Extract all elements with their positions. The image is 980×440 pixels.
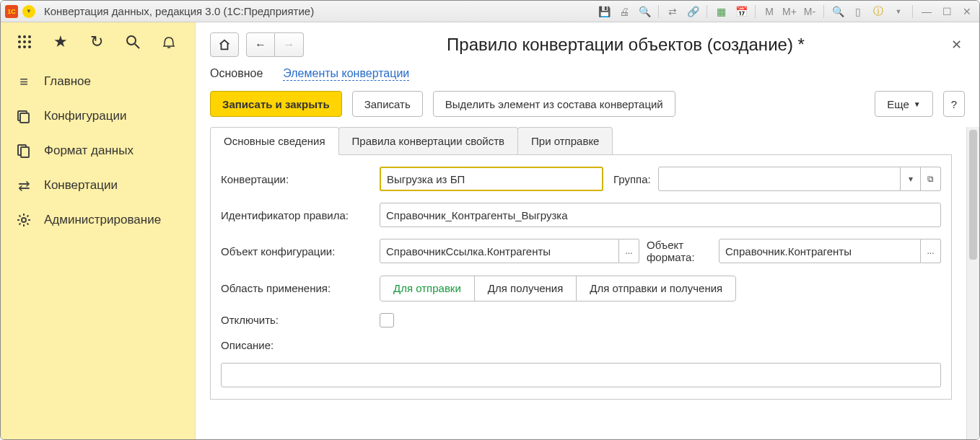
svg-rect-13 bbox=[20, 113, 29, 123]
cfg-object-label: Объект конфигурации: bbox=[221, 245, 372, 258]
more-button[interactable]: Еще ▼ bbox=[875, 91, 932, 117]
memo-mplus-icon[interactable]: M+ bbox=[782, 4, 797, 19]
app-logo-1c: 1C bbox=[5, 5, 18, 18]
chevron-down-icon: ▼ bbox=[914, 100, 921, 108]
stack-icon bbox=[15, 107, 32, 125]
star-icon[interactable]: ★ bbox=[51, 32, 70, 51]
home-button[interactable] bbox=[210, 32, 239, 57]
search-icon[interactable] bbox=[123, 32, 142, 51]
scope-send-button[interactable]: Для отправки bbox=[380, 276, 475, 302]
sidebar-item-main[interactable]: ≡ Главное bbox=[1, 64, 195, 99]
close-window-icon[interactable]: ✕ bbox=[959, 4, 975, 19]
disable-label: Отключить: bbox=[221, 314, 372, 326]
calc-icon[interactable]: ▦ bbox=[713, 4, 729, 19]
vertical-scrollbar[interactable] bbox=[966, 127, 979, 439]
svg-point-7 bbox=[23, 45, 26, 48]
group-dropdown-button[interactable]: ▾ bbox=[901, 167, 921, 191]
app-menu-dropdown[interactable]: ▼ bbox=[22, 5, 35, 18]
fmt-object-label: Объект формата: bbox=[647, 239, 712, 264]
page-title: Правило конвертации объектов (создание) … bbox=[311, 35, 940, 55]
save-close-button[interactable]: Записать и закрыть bbox=[210, 91, 342, 117]
sidebar-item-label: Конвертации bbox=[44, 178, 118, 193]
link-icon[interactable]: 🔗 bbox=[685, 4, 701, 19]
svg-point-6 bbox=[18, 45, 21, 48]
zoom-icon[interactable]: 🔍 bbox=[830, 4, 846, 19]
info-dd-icon[interactable]: ▼ bbox=[891, 4, 906, 19]
conversions-input[interactable]: Выгрузка из БП bbox=[380, 167, 603, 191]
rule-id-label: Идентификатор правила: bbox=[221, 209, 372, 221]
more-button-label: Еще bbox=[887, 98, 909, 110]
disable-checkbox[interactable] bbox=[380, 313, 394, 327]
svg-point-1 bbox=[23, 35, 26, 38]
fmt-object-input[interactable]: Справочник.Контрагенты bbox=[719, 239, 921, 263]
copy-icon bbox=[15, 142, 32, 159]
description-label: Описание: bbox=[221, 339, 941, 351]
svg-point-2 bbox=[28, 35, 31, 38]
print-icon[interactable]: 🖨 bbox=[616, 4, 632, 19]
group-label: Группа: bbox=[613, 173, 651, 185]
group-expand-button[interactable]: ⧉ bbox=[921, 167, 941, 191]
window-title: Конвертация данных, редакция 3.0 (1С:Пре… bbox=[44, 5, 314, 17]
rule-id-input[interactable]: Справочник_Контрагенты_Выгрузка bbox=[380, 203, 941, 227]
memo-mminus-icon[interactable]: M- bbox=[802, 4, 818, 19]
gear-icon bbox=[15, 211, 32, 229]
sidebar-item-admin[interactable]: Администрирование bbox=[1, 203, 195, 237]
sidebar-item-configs[interactable]: Конфигурации bbox=[1, 99, 195, 133]
tab-props[interactable]: Правила конвертации свойств bbox=[338, 127, 519, 154]
description-textarea[interactable] bbox=[221, 363, 941, 387]
fmt-object-picker-button[interactable]: ... bbox=[921, 239, 941, 263]
save-icon[interactable]: 💾 bbox=[596, 4, 612, 19]
svg-point-8 bbox=[28, 45, 31, 48]
calendar-icon[interactable]: 📅 bbox=[733, 4, 749, 19]
svg-line-10 bbox=[135, 44, 139, 48]
sidebar-item-label: Конфигурации bbox=[44, 109, 126, 123]
sidebar: ★ ↻ ≡ Главное Конфигурации bbox=[1, 22, 196, 439]
subtab-main[interactable]: Основное bbox=[210, 67, 263, 81]
sidebar-item-label: Администрирование bbox=[44, 213, 161, 227]
memo-m-icon[interactable]: M bbox=[761, 4, 777, 19]
svg-point-9 bbox=[127, 36, 136, 45]
help-button[interactable]: ? bbox=[943, 91, 965, 117]
info-icon[interactable]: ⓘ bbox=[870, 4, 886, 19]
svg-point-16 bbox=[22, 218, 26, 222]
save-button[interactable]: Записать bbox=[352, 91, 423, 117]
sidebar-item-format[interactable]: Формат данных bbox=[1, 133, 195, 168]
svg-point-0 bbox=[18, 35, 21, 38]
maximize-icon[interactable]: ☐ bbox=[939, 4, 955, 19]
history-icon[interactable]: ↻ bbox=[87, 32, 106, 51]
close-tab-icon[interactable]: ✕ bbox=[948, 36, 965, 53]
panel-icon[interactable]: ▯ bbox=[850, 4, 866, 19]
svg-point-4 bbox=[23, 40, 26, 43]
apps-icon[interactable] bbox=[15, 32, 34, 51]
compare-icon[interactable]: ⇄ bbox=[665, 4, 681, 19]
tab-basic[interactable]: Основные сведения bbox=[210, 127, 339, 155]
swap-icon: ⇄ bbox=[15, 177, 32, 194]
tab-send[interactable]: При отправке bbox=[517, 127, 613, 154]
extract-button[interactable]: Выделить элемент из состава конвертаций bbox=[433, 91, 675, 117]
menu-icon: ≡ bbox=[15, 73, 32, 90]
sidebar-item-label: Главное bbox=[44, 74, 91, 89]
sidebar-item-label: Формат данных bbox=[44, 144, 134, 158]
scope-label: Область применения: bbox=[221, 282, 372, 294]
minimize-icon[interactable]: — bbox=[919, 4, 935, 19]
nav-forward-button[interactable]: → bbox=[275, 32, 304, 57]
sidebar-item-conversions[interactable]: ⇄ Конвертации bbox=[1, 168, 195, 203]
subtab-elements[interactable]: Элементы конвертации bbox=[283, 67, 409, 81]
preview-icon[interactable]: 🔍 bbox=[636, 4, 652, 19]
conversions-label: Конвертации: bbox=[221, 173, 372, 185]
scope-recv-button[interactable]: Для получения bbox=[474, 276, 577, 302]
svg-point-3 bbox=[18, 40, 21, 43]
scope-both-button[interactable]: Для отправки и получения bbox=[576, 276, 736, 302]
cfg-object-input[interactable]: СправочникСсылка.Контрагенты bbox=[380, 239, 619, 263]
scrollbar-thumb[interactable] bbox=[969, 130, 977, 260]
bell-icon[interactable] bbox=[159, 32, 178, 51]
titlebar: 1C ▼ Конвертация данных, редакция 3.0 (1… bbox=[1, 1, 979, 22]
cfg-object-picker-button[interactable]: ... bbox=[619, 239, 639, 263]
svg-rect-15 bbox=[21, 147, 29, 157]
nav-back-button[interactable]: ← bbox=[246, 32, 275, 57]
group-input[interactable] bbox=[658, 167, 901, 191]
svg-point-5 bbox=[28, 40, 31, 43]
